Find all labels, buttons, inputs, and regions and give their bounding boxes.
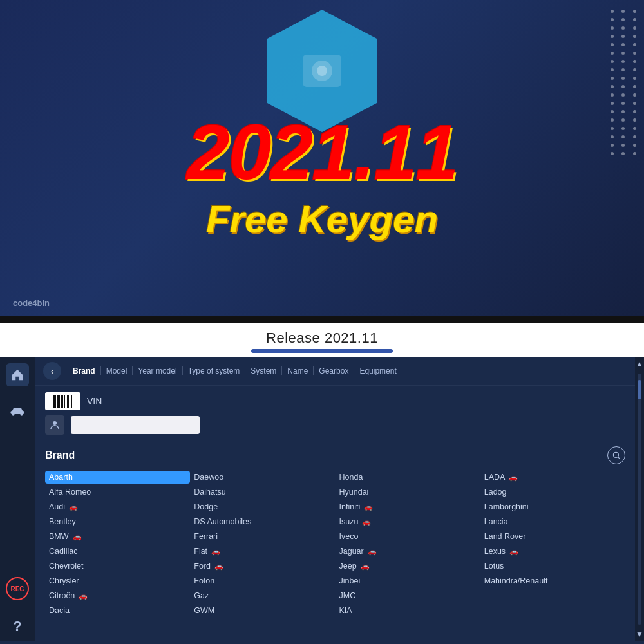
person-search-row — [45, 415, 625, 435]
brand-item-ladog[interactable]: Ladog — [480, 486, 625, 498]
sidebar-home-button[interactable] — [6, 363, 29, 386]
breadcrumb-brand[interactable]: Brand — [68, 366, 101, 375]
scroll-thumb — [638, 380, 641, 399]
watermark-text: code4bin — [13, 298, 50, 308]
version-number: 2021.11 — [187, 113, 457, 191]
brand-item-daihatsu[interactable]: Daihatsu — [190, 486, 335, 498]
vin-label: VIN — [87, 396, 102, 406]
app-section: REC ? ‹ Brand Model Year model Type of s… — [0, 357, 644, 641]
dark-separator — [0, 316, 644, 323]
brand-item-cadillac[interactable]: Cadillac — [45, 545, 190, 558]
brand-header: Brand — [45, 446, 625, 464]
brand-item-ford[interactable]: Ford 🚗 — [190, 560, 335, 573]
brand-item-mahindra[interactable]: Mahindra/Renault — [480, 574, 625, 587]
svg-point-7 — [53, 421, 57, 425]
rec-label: REC — [10, 585, 24, 592]
breadcrumb-system[interactable]: System — [245, 366, 282, 375]
brand-item-land-rover[interactable]: Land Rover — [480, 530, 625, 543]
release-bar: Release 2021.11 — [0, 323, 644, 357]
brand-item-foton[interactable]: Foton — [190, 574, 335, 587]
brand-col-3: Honda Hyundai Infiniti 🚗 Isuzu 🚗 Iveco J… — [336, 471, 480, 617]
brand-col-2: Daewoo Daihatsu Dodge DS Automobiles Fer… — [190, 471, 335, 617]
release-progress-bar — [251, 349, 393, 353]
vin-section: VIN — [35, 386, 635, 441]
breadcrumb-equipment[interactable]: Equipment — [354, 366, 401, 375]
svg-point-6 — [20, 413, 23, 416]
brand-item-infiniti[interactable]: Infiniti 🚗 — [336, 500, 480, 513]
brand-item-dacia[interactable]: Dacia — [45, 604, 190, 617]
scroll-up-button[interactable]: ▲ — [633, 357, 644, 371]
brand-item-dodge[interactable]: Dodge — [190, 500, 335, 513]
brand-item-jinbei[interactable]: Jinbei — [336, 574, 480, 587]
breadcrumb-nav: ‹ Brand Model Year model Type of system … — [35, 357, 635, 386]
help-button[interactable]: ? — [13, 618, 21, 635]
person-search-input[interactable] — [71, 416, 200, 434]
breadcrumb-type-of-system[interactable]: Type of system — [183, 366, 246, 375]
brand-item-alfa-romeo[interactable]: Alfa Romeo — [45, 486, 190, 498]
back-button[interactable]: ‹ — [43, 362, 61, 380]
brand-item-citroen[interactable]: Citroën 🚗 — [45, 589, 190, 602]
barcode-icon — [45, 392, 80, 410]
brand-item-abarth[interactable]: Abarth — [45, 471, 190, 484]
question-label: ? — [13, 618, 21, 634]
brand-item-gwm[interactable]: GWM — [190, 604, 335, 617]
breadcrumb-year-model[interactable]: Year model — [133, 366, 182, 375]
brand-item-ds[interactable]: DS Automobiles — [190, 515, 335, 528]
svg-point-5 — [12, 413, 14, 416]
breadcrumb-name[interactable]: Name — [282, 366, 314, 375]
brand-title: Brand — [45, 450, 75, 461]
brand-item-fiat[interactable]: Fiat 🚗 — [190, 545, 335, 558]
brand-item-honda[interactable]: Honda — [336, 471, 480, 484]
sidebar-car-button[interactable] — [6, 399, 29, 422]
brand-item-jmc[interactable]: JMC — [336, 589, 480, 602]
brand-item-lancia[interactable]: Lancia — [480, 515, 625, 528]
brand-search-button[interactable] — [607, 446, 625, 464]
brand-item-audi[interactable]: Audi 🚗 — [45, 500, 190, 513]
brand-item-hyundai[interactable]: Hyundai — [336, 486, 480, 498]
scroll-track — [638, 374, 641, 625]
rec-button[interactable]: REC — [6, 577, 29, 600]
brand-item-iveco[interactable]: Iveco — [336, 530, 480, 543]
brand-item-bentley[interactable]: Bentley — [45, 515, 190, 528]
hero-section: 2021.11 Free Keygen code4bin — [0, 0, 644, 316]
right-scroll-panel: ▲ ▼ — [635, 357, 644, 641]
brand-item-chrysler[interactable]: Chrysler — [45, 574, 190, 587]
brand-item-kia[interactable]: KIA — [336, 604, 480, 617]
brand-item-jeep[interactable]: Jeep 🚗 — [336, 560, 480, 573]
brand-item-daewoo[interactable]: Daewoo — [190, 471, 335, 484]
svg-point-3 — [317, 66, 327, 76]
sidebar: REC ? — [0, 357, 35, 641]
dot-grid-decoration — [605, 0, 644, 316]
brand-item-gaz[interactable]: Gaz — [190, 589, 335, 602]
release-title: Release 2021.11 — [266, 330, 378, 346]
brand-item-ferrari[interactable]: Ferrari — [190, 530, 335, 543]
brand-item-bmw[interactable]: BMW 🚗 — [45, 530, 190, 543]
brand-section: Brand Abarth Alfa Romeo Audi 🚗 Bentley B… — [35, 441, 635, 622]
brand-item-lamborghini[interactable]: Lamborghini — [480, 500, 625, 513]
breadcrumb-items: Brand Model Year model Type of system Sy… — [68, 366, 402, 375]
breadcrumb-model[interactable]: Model — [101, 366, 133, 375]
brand-item-isuzu[interactable]: Isuzu 🚗 — [336, 515, 480, 528]
brand-item-jaguar[interactable]: Jaguar 🚗 — [336, 545, 480, 558]
brand-item-chevrolet[interactable]: Chevrolet — [45, 560, 190, 573]
brand-col-1: Abarth Alfa Romeo Audi 🚗 Bentley BMW 🚗 C… — [45, 471, 190, 617]
brand-item-lada[interactable]: LADA 🚗 — [480, 471, 625, 484]
person-icon — [45, 415, 64, 435]
breadcrumb-gearbox[interactable]: Gearbox — [314, 366, 354, 375]
svg-point-8 — [613, 452, 618, 457]
scroll-down-button[interactable]: ▼ — [633, 627, 644, 641]
brand-col-4: LADA 🚗 Ladog Lamborghini Lancia Land Rov… — [480, 471, 625, 617]
subtitle-text: Free Keygen — [206, 197, 438, 242]
brand-grid: Abarth Alfa Romeo Audi 🚗 Bentley BMW 🚗 C… — [45, 471, 625, 617]
brand-item-lotus[interactable]: Lotus — [480, 560, 625, 573]
main-content: ‹ Brand Model Year model Type of system … — [35, 357, 635, 641]
vin-row: VIN — [45, 392, 625, 410]
brand-item-lexus[interactable]: Lexus 🚗 — [480, 545, 625, 558]
svg-line-9 — [618, 457, 620, 459]
